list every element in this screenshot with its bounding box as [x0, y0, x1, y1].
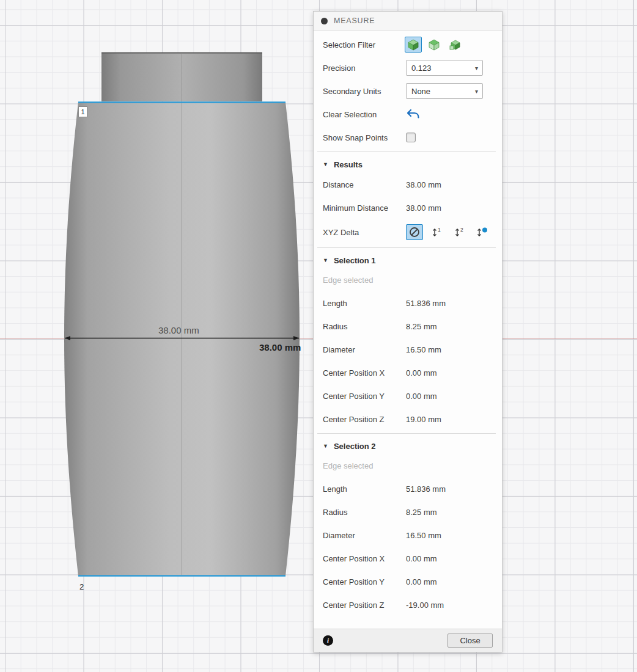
center-x-label: Center Position X: [323, 554, 403, 563]
radius-value: 8.25 mm: [406, 508, 437, 517]
dimension-label: 38.00 mm: [158, 325, 199, 335]
radius-value: 8.25 mm: [406, 322, 437, 331]
show-snap-points-label: Show Snap Points: [323, 133, 403, 142]
selection2-title: Selection 2: [334, 442, 376, 451]
table-row: Center Position Z -19.00 mm: [314, 593, 502, 616]
table-row: Length 51.836 mm: [314, 291, 502, 315]
selection-tag-1: 1: [78, 106, 87, 117]
minimum-distance-value: 38.00 mm: [406, 203, 441, 213]
undo-arrow-icon: [407, 109, 420, 120]
results-section-header[interactable]: ▼ Results: [314, 153, 502, 173]
dialog-body: Selection Filter: [314, 31, 502, 629]
diameter-value: 16.50 mm: [406, 531, 441, 540]
length-value: 51.836 mm: [406, 299, 446, 308]
delta-selection2-icon: 2: [454, 226, 466, 238]
xyz-delta-row: XYZ Delta 1: [314, 219, 502, 245]
show-snap-points-checkbox[interactable]: [406, 133, 416, 142]
diameter-label: Diameter: [323, 531, 403, 540]
center-z-value: -19.00 mm: [406, 601, 444, 610]
panel-handle-icon[interactable]: [321, 18, 328, 24]
table-row: Length 51.836 mm: [314, 477, 502, 500]
table-row: Center Position X 0.00 mm: [314, 547, 502, 570]
selection1-title: Selection 1: [334, 256, 376, 265]
collapse-triangle-icon[interactable]: ▼: [323, 443, 328, 449]
filter-edge-button[interactable]: [446, 37, 463, 53]
chevron-down-icon: ▾: [475, 88, 478, 95]
center-y-value: 0.00 mm: [406, 392, 437, 401]
center-x-value: 0.00 mm: [406, 368, 437, 378]
center-x-value: 0.00 mm: [406, 554, 437, 563]
divider: [317, 433, 496, 434]
center-z-value: 19.00 mm: [406, 415, 441, 424]
clear-selection-row: Clear Selection: [314, 103, 502, 126]
close-button[interactable]: Close: [447, 634, 493, 648]
precision-label: Precision: [323, 64, 403, 73]
center-y-value: 0.00 mm: [406, 577, 437, 586]
dialog-header[interactable]: MEASURE: [314, 12, 502, 31]
center-z-label: Center Position Z: [323, 415, 403, 424]
table-row: Radius 8.25 mm: [314, 315, 502, 338]
model-view: [0, 0, 342, 611]
secondary-units-value: None: [411, 87, 430, 96]
table-row: Center Position Y 0.00 mm: [314, 384, 502, 407]
selection1-section-header[interactable]: ▼ Selection 1: [314, 249, 502, 269]
distance-row: Distance 38.00 mm: [314, 173, 502, 196]
table-row: Diameter 16.50 mm: [314, 524, 502, 547]
length-label: Length: [323, 299, 403, 308]
secondary-units-row: Secondary Units None ▾: [314, 79, 502, 103]
xyz-delta-both-button[interactable]: [474, 224, 491, 240]
center-y-label: Center Position Y: [323, 577, 403, 586]
delta-both-icon: [476, 226, 489, 238]
body-cube-icon: [407, 38, 419, 51]
selection-filter-group: [405, 37, 463, 53]
svg-text:2: 2: [460, 227, 463, 233]
divider: [317, 152, 496, 152]
results-title: Results: [334, 160, 363, 169]
secondary-units-label: Secondary Units: [323, 87, 403, 96]
xyz-delta-2-button[interactable]: 2: [451, 224, 468, 240]
no-delta-icon: [408, 226, 421, 238]
edge-cube-icon: [449, 38, 461, 51]
length-label: Length: [323, 484, 403, 494]
filter-body-button[interactable]: [405, 37, 422, 53]
distance-label: Distance: [323, 180, 403, 189]
minimum-distance-label: Minimum Distance: [323, 203, 403, 213]
clear-selection-label: Clear Selection: [323, 110, 403, 119]
selection1-status: Edge selected: [314, 269, 502, 291]
svg-text:1: 1: [438, 227, 441, 233]
chevron-down-icon: ▾: [475, 65, 478, 71]
secondary-units-dropdown[interactable]: None ▾: [406, 83, 483, 99]
clear-selection-button[interactable]: [405, 106, 422, 122]
table-row: Center Position Y 0.00 mm: [314, 570, 502, 593]
xyz-delta-none-button[interactable]: [406, 224, 423, 240]
diameter-value: 16.50 mm: [406, 345, 441, 354]
dialog-footer: i Close: [314, 629, 502, 652]
table-row: Diameter 16.50 mm: [314, 338, 502, 361]
distance-value: 38.00 mm: [406, 180, 441, 189]
collapse-triangle-icon[interactable]: ▼: [323, 161, 328, 167]
xyz-delta-label: XYZ Delta: [323, 228, 403, 237]
info-icon[interactable]: i: [323, 635, 333, 646]
precision-dropdown[interactable]: 0.123 ▾: [406, 60, 483, 76]
xyz-delta-1-button[interactable]: 1: [429, 224, 446, 240]
collapse-triangle-icon[interactable]: ▼: [323, 257, 328, 263]
xyz-delta-group: 1 2: [406, 224, 491, 240]
center-x-label: Center Position X: [323, 368, 403, 378]
filter-face-button[interactable]: [425, 37, 443, 53]
measure-dialog: MEASURE Selection Filter: [313, 11, 503, 652]
minimum-distance-row: Minimum Distance 38.00 mm: [314, 196, 502, 219]
table-row: Center Position Z 19.00 mm: [314, 407, 502, 431]
delta-selection1-icon: 1: [431, 226, 443, 238]
show-snap-points-row: Show Snap Points: [314, 126, 502, 149]
length-value: 51.836 mm: [406, 484, 446, 494]
precision-value: 0.123: [411, 64, 432, 73]
dimension-cursor-label: 38.00 mm: [259, 342, 301, 352]
selection2-section-header[interactable]: ▼ Selection 2: [314, 435, 502, 455]
dialog-title: MEASURE: [334, 16, 375, 25]
selection-tag-2: 2: [79, 582, 84, 591]
radius-label: Radius: [323, 322, 403, 331]
diameter-label: Diameter: [323, 345, 403, 354]
selection2-status: Edge selected: [314, 455, 502, 477]
face-cube-icon: [428, 38, 440, 51]
divider: [317, 247, 496, 248]
